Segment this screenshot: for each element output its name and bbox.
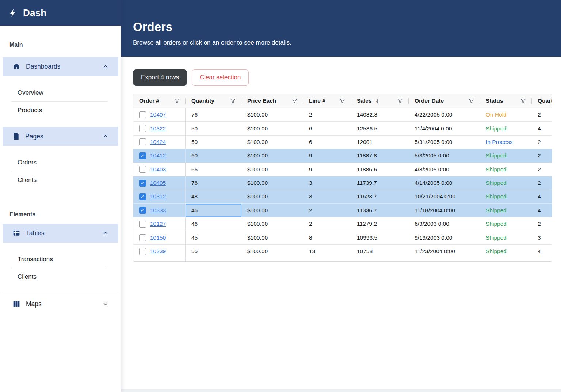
sidebar-item-clients[interactable]: Clients [11, 171, 108, 189]
cell-price[interactable]: $100.00 [241, 231, 303, 244]
cell-order[interactable]: 10405 [133, 176, 186, 190]
sidebar-item-products[interactable]: Products [11, 101, 108, 119]
sidebar-item-orders[interactable]: Orders [11, 154, 108, 171]
cell-status[interactable]: Shipped [480, 258, 532, 262]
filter-icon[interactable] [230, 98, 236, 104]
sidebar-item-transactions[interactable]: Transactions [11, 251, 108, 268]
order-link[interactable]: 10412 [150, 152, 166, 159]
cell-order[interactable]: 10322 [133, 122, 186, 135]
cell-sales[interactable]: 10758 [351, 245, 409, 258]
order-link[interactable]: 10407 [150, 111, 166, 118]
cell-date[interactable]: 10/21/2004 0:00 [409, 190, 480, 203]
cell-line[interactable]: 3 [303, 190, 351, 203]
column-header-line[interactable]: Line # [303, 94, 351, 108]
chevron-up-icon[interactable] [102, 63, 109, 70]
cell-status[interactable]: Shipped [480, 231, 532, 244]
column-header-sales[interactable]: Sales↓ [351, 94, 409, 108]
cell-quarter[interactable]: 2 [532, 163, 552, 176]
cell-status[interactable]: Shipped [480, 217, 532, 231]
cell-quantity[interactable]: 50 [186, 136, 241, 149]
cell-price[interactable]: $100.00 [241, 190, 303, 203]
filter-icon[interactable] [174, 98, 180, 104]
order-link[interactable]: 10127 [150, 221, 166, 227]
cell-price[interactable]: $100.00 [241, 217, 303, 231]
cell-quantity[interactable]: 60 [186, 149, 241, 162]
cell-quantity[interactable]: 46 [186, 217, 241, 231]
sidebar-item-pages[interactable]: Pages [3, 127, 118, 146]
row-checkbox-checked[interactable] [139, 180, 146, 187]
cell-date[interactable]: 11/4/2004 0:00 [409, 122, 480, 135]
order-link[interactable]: 10424 [150, 139, 166, 145]
cell-sales[interactable]: 11887.8 [351, 149, 409, 162]
column-header-status[interactable]: Status [480, 94, 532, 108]
row-checkbox-checked[interactable] [139, 207, 146, 214]
cell-line[interactable]: 9 [303, 149, 351, 162]
cell-line[interactable]: 3 [303, 176, 351, 190]
chevron-up-icon[interactable] [102, 133, 109, 140]
filter-icon[interactable] [340, 98, 345, 104]
cell-date[interactable]: 5/31/2005 0:00 [409, 136, 480, 149]
cell-sales[interactable]: 10993.5 [351, 231, 409, 244]
cell-sales[interactable]: 12001 [351, 136, 409, 149]
cell-price[interactable]: $100.00 [241, 122, 303, 135]
cell-order[interactable]: 10407 [133, 108, 186, 121]
cell-quarter[interactable]: 2 [532, 149, 552, 162]
cell-status[interactable]: Shipped [480, 204, 532, 217]
export-button[interactable]: Export 4 rows [133, 69, 187, 86]
cell-sales[interactable]: 14082.8 [351, 108, 409, 121]
cell-sales[interactable]: 10716.4 [351, 258, 409, 262]
cell-quantity[interactable]: 45 [186, 231, 241, 244]
order-link[interactable]: 10339 [150, 248, 166, 255]
cell-quarter[interactable]: 2 [532, 176, 552, 190]
cell-quarter[interactable]: 2 [532, 108, 552, 121]
cell-order[interactable]: 10339 [133, 245, 186, 258]
cell-order[interactable]: 10412 [133, 149, 186, 162]
cell-status[interactable]: Shipped [480, 149, 532, 162]
cell-line[interactable]: 2 [303, 258, 351, 262]
cell-sales[interactable]: 12536.5 [351, 122, 409, 135]
cell-sales[interactable]: 11739.7 [351, 176, 409, 190]
cell-order[interactable]: 10403 [133, 163, 186, 176]
order-link[interactable]: 10312 [150, 193, 166, 200]
column-header-price[interactable]: Price Each [241, 94, 303, 108]
cell-line[interactable]: 2 [303, 204, 351, 217]
order-link[interactable]: 10333 [150, 207, 166, 214]
cell-quantity[interactable]: 50 [186, 122, 241, 135]
cell-sales[interactable]: 11886.6 [351, 163, 409, 176]
cell-quarter[interactable]: 4 [532, 190, 552, 203]
column-header-date[interactable]: Order Date [409, 94, 480, 108]
cell-order[interactable]: 10347 [133, 258, 186, 262]
cell-order[interactable]: 10424 [133, 136, 186, 149]
cell-quantity[interactable]: 48 [186, 190, 241, 203]
sidebar-item-clients-2[interactable]: Clients [11, 268, 108, 285]
cell-price[interactable]: $100.00 [241, 258, 303, 262]
cell-line[interactable]: 9 [303, 163, 351, 176]
cell-price[interactable]: $100.00 [241, 163, 303, 176]
cell-status[interactable]: Shipped [480, 245, 532, 258]
cell-quantity[interactable]: 76 [186, 108, 241, 121]
cell-date[interactable]: 4/22/2005 0:00 [409, 108, 480, 121]
row-checkbox-checked[interactable] [139, 193, 146, 200]
row-checkbox[interactable] [139, 221, 146, 228]
row-checkbox[interactable] [139, 111, 146, 118]
cell-date[interactable]: 11/23/2004 0:00 [409, 245, 480, 258]
cell-quantity[interactable]: 66 [186, 163, 241, 176]
row-checkbox-checked[interactable] [139, 152, 146, 159]
cell-price[interactable]: $100.00 [241, 176, 303, 190]
cell-line[interactable]: 6 [303, 136, 351, 149]
filter-icon[interactable] [397, 98, 403, 104]
cell-line[interactable]: 2 [303, 217, 351, 231]
cell-status[interactable]: Shipped [480, 163, 532, 176]
column-header-order[interactable]: Order # [133, 94, 186, 108]
order-link[interactable]: 10150 [150, 235, 166, 241]
cell-price[interactable]: $100.00 [241, 245, 303, 258]
cell-quantity[interactable]: 76 [186, 176, 241, 190]
row-checkbox[interactable] [139, 166, 146, 173]
cell-status[interactable]: Shipped [480, 190, 532, 203]
sidebar-item-dashboards[interactable]: Dashboards [3, 57, 118, 76]
order-link[interactable]: 10403 [150, 166, 166, 173]
order-link[interactable]: 10405 [150, 180, 166, 186]
cell-date[interactable]: 4/14/2005 0:00 [409, 176, 480, 190]
cell-order[interactable]: 10127 [133, 217, 186, 231]
sidebar-item-overview[interactable]: Overview [11, 84, 108, 101]
